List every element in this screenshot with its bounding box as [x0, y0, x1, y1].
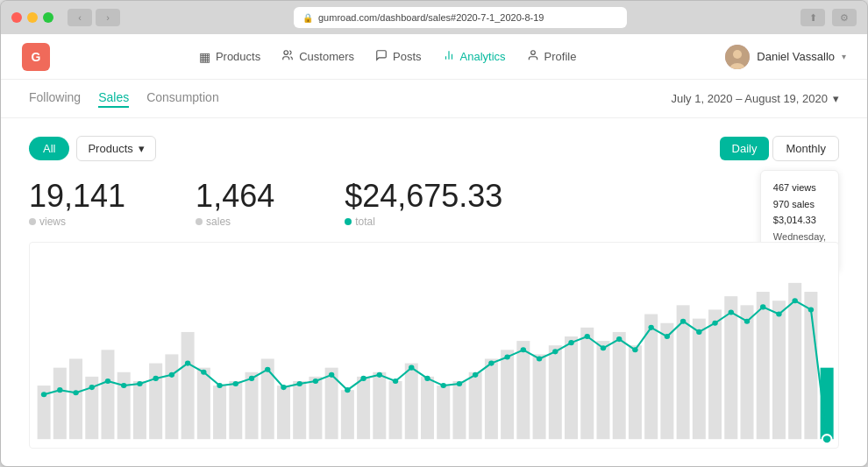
nav-link-profile[interactable]: Profile [527, 49, 577, 64]
svg-point-58 [41, 392, 46, 397]
back-button[interactable]: ‹ [68, 9, 92, 26]
svg-rect-20 [229, 381, 242, 439]
total-dot [345, 218, 352, 225]
svg-point-6 [733, 50, 742, 59]
traffic-lights [11, 12, 53, 23]
svg-rect-16 [165, 354, 178, 439]
svg-rect-25 [309, 376, 322, 438]
svg-point-73 [281, 385, 286, 390]
svg-point-62 [105, 379, 110, 384]
all-button[interactable]: All [29, 137, 69, 160]
nav-label-posts: Posts [393, 50, 422, 63]
maximize-button[interactable] [43, 12, 53, 23]
address-bar-area: 🔒 gumroad.com/dashboard/sales#2020-7-1_2… [127, 7, 793, 28]
monthly-button[interactable]: Monthly [772, 136, 839, 161]
svg-point-96 [648, 324, 653, 329]
nav-link-posts[interactable]: Posts [375, 49, 422, 64]
svg-point-81 [409, 364, 414, 370]
nav-label-analytics: Analytics [460, 50, 506, 63]
svg-rect-23 [277, 386, 290, 439]
sales-stat: 1,464 sales [196, 179, 274, 228]
close-button[interactable] [11, 12, 22, 23]
svg-point-98 [680, 318, 686, 323]
svg-rect-32 [421, 376, 434, 438]
chart-svg [30, 243, 838, 448]
svg-rect-13 [117, 371, 131, 438]
svg-point-102 [744, 318, 750, 323]
logo: G [22, 43, 50, 71]
tab-consumption[interactable]: Consumption [146, 90, 219, 108]
forward-button[interactable]: › [96, 9, 120, 26]
svg-rect-14 [133, 381, 146, 439]
date-range-picker[interactable]: July 1, 2020 – August 19, 2020 ▾ [671, 92, 839, 105]
total-value: $24,675.33 [345, 179, 502, 214]
svg-point-90 [552, 349, 558, 354]
chevron-down-icon[interactable]: ▾ [842, 52, 846, 61]
browser-actions: ⬆ ⚙ [800, 9, 857, 26]
svg-rect-47 [660, 322, 673, 438]
svg-point-103 [760, 304, 765, 309]
minimize-button[interactable] [27, 12, 38, 23]
svg-point-100 [712, 320, 717, 325]
svg-point-77 [345, 387, 350, 393]
svg-point-61 [89, 385, 95, 390]
svg-point-72 [265, 366, 270, 371]
daily-button[interactable]: Daily [720, 137, 770, 160]
svg-rect-55 [788, 282, 801, 438]
svg-point-63 [121, 383, 126, 388]
svg-point-60 [73, 390, 78, 395]
svg-point-71 [249, 375, 254, 380]
svg-rect-43 [596, 341, 609, 439]
title-bar: ‹ › 🔒 gumroad.com/dashboard/sales#2020-7… [1, 1, 867, 34]
nav-link-products[interactable]: ▦ Products [199, 50, 260, 64]
total-stat: $24,675.33 total [345, 179, 502, 228]
svg-point-107 [822, 435, 832, 443]
svg-point-104 [776, 311, 781, 316]
products-filter-button[interactable]: Products ▾ [76, 136, 155, 161]
svg-point-85 [473, 371, 478, 377]
chevron-down-icon: ▾ [833, 92, 839, 105]
svg-rect-27 [341, 390, 354, 439]
customers-icon [281, 49, 294, 64]
tab-sales[interactable]: Sales [98, 90, 129, 108]
svg-rect-44 [613, 332, 626, 439]
sales-dot [196, 218, 203, 225]
sub-nav-tabs: Following Sales Consumption [29, 90, 219, 108]
app-container: G ▦ Products Customers Posts [1, 34, 867, 466]
svg-rect-40 [549, 345, 562, 439]
svg-rect-30 [389, 381, 402, 439]
svg-rect-51 [724, 296, 737, 439]
tooltip-views: 467 views [773, 180, 826, 196]
svg-point-4 [530, 51, 535, 55]
nav-link-customers[interactable]: Customers [281, 49, 354, 64]
svg-rect-37 [501, 350, 514, 439]
svg-point-94 [616, 336, 622, 342]
svg-rect-39 [533, 354, 546, 439]
settings-button[interactable]: ⚙ [832, 9, 857, 26]
svg-point-70 [233, 381, 238, 386]
url-text: gumroad.com/dashboard/sales#2020-7-1_202… [318, 12, 544, 23]
svg-point-92 [585, 334, 590, 339]
tab-following[interactable]: Following [29, 90, 81, 108]
svg-point-83 [441, 383, 446, 388]
svg-point-84 [457, 381, 462, 386]
svg-point-91 [568, 340, 573, 345]
sales-label: sales [196, 216, 274, 228]
views-value: 19,141 [29, 179, 125, 214]
profile-icon [527, 49, 539, 64]
svg-point-95 [632, 347, 637, 352]
svg-rect-36 [485, 358, 498, 439]
svg-rect-45 [629, 345, 642, 439]
address-bar[interactable]: 🔒 gumroad.com/dashboard/sales#2020-7-1_2… [294, 7, 627, 28]
views-label: views [29, 216, 125, 228]
posts-icon [375, 49, 388, 64]
svg-point-97 [665, 334, 670, 339]
svg-rect-50 [708, 309, 722, 439]
svg-rect-18 [197, 367, 210, 439]
nav-link-analytics[interactable]: Analytics [443, 49, 506, 64]
products-icon: ▦ [199, 50, 210, 64]
filter-left: All Products ▾ [29, 136, 156, 161]
svg-rect-34 [452, 381, 466, 439]
share-button[interactable]: ⬆ [800, 9, 825, 26]
svg-rect-29 [373, 371, 386, 438]
